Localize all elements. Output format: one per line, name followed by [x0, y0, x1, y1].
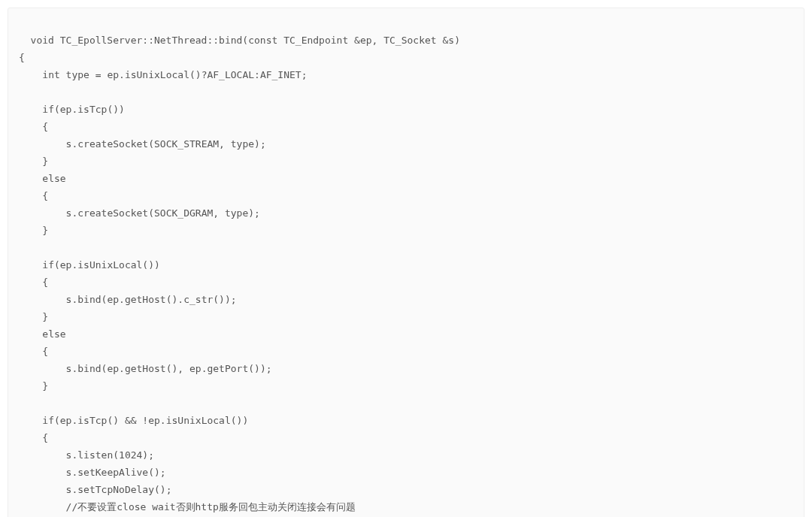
code-block: void TC_EpollServer::NetThread::bind(con…: [8, 8, 804, 517]
code-content: void TC_EpollServer::NetThread::bind(con…: [19, 35, 460, 517]
